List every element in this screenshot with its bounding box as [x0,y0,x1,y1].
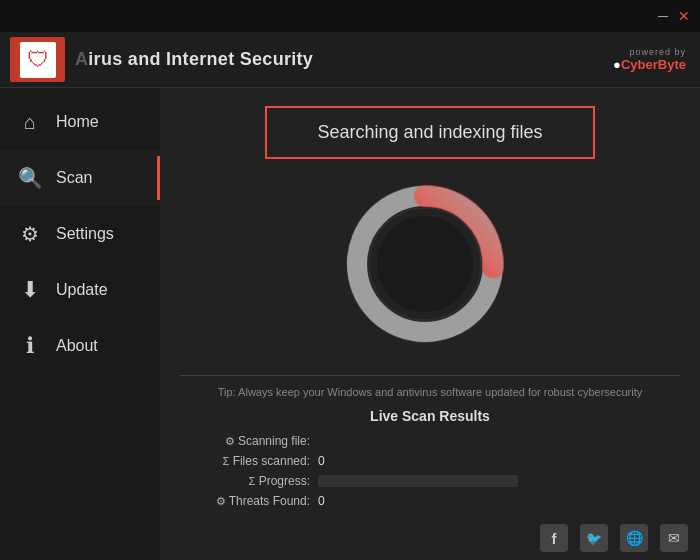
settings-label: Settings [56,225,114,243]
settings-icon: ⚙ [16,220,44,248]
scan-label: Scan [56,169,92,187]
progress-bar [318,475,518,487]
sidebar-item-about[interactable]: ℹ About [0,318,160,374]
files-scanned-label: Σ Files scanned: [190,454,310,468]
content-area: Searching and indexing files [160,88,700,560]
titlebar: ─ ✕ [0,0,700,32]
email-icon[interactable]: ✉ [660,524,688,552]
sidebar: ⌂ Home 🔍 Scan ⚙ Settings ⬇ Update ℹ Abou… [0,88,160,560]
powered-by-label: powered by [629,47,686,57]
scanning-file-label: ⚙ Scanning file: [190,434,310,448]
brand-name: ●CyberByte [613,57,686,72]
about-label: About [56,337,98,355]
tip-text: Tip: Always keep your Windows and antivi… [180,375,680,398]
files-scanned-row: Σ Files scanned: 0 [190,454,670,468]
threats-found-value: 0 [318,494,325,508]
svg-point-4 [377,216,473,312]
threats-found-label: ⚙ Threats Found: [190,494,310,508]
logo-icon: 🛡 [27,47,49,73]
update-label: Update [56,281,108,299]
scanning-file-row: ⚙ Scanning file: [190,434,670,448]
sidebar-item-scan[interactable]: 🔍 Scan [0,150,160,206]
update-icon: ⬇ [16,276,44,304]
status-box: Searching and indexing files [265,106,595,159]
progress-label: Σ Progress: [190,474,310,488]
footer-icons: f 🐦 🌐 ✉ [540,524,688,552]
progress-row: Σ Progress: [190,474,670,488]
header: 🛡 Airus and Internet Security powered by… [0,32,700,88]
files-scanned-value: 0 [318,454,325,468]
about-icon: ℹ [16,332,44,360]
app-title: Airus and Internet Security [75,49,313,70]
main-layout: ⌂ Home 🔍 Scan ⚙ Settings ⬇ Update ℹ Abou… [0,88,700,560]
minimize-button[interactable]: ─ [658,10,670,22]
logo-box: 🛡 [10,37,65,82]
threats-found-row: ⚙ Threats Found: 0 [190,494,670,508]
spinner-container [340,179,520,359]
status-text: Searching and indexing files [317,122,542,142]
logo-inner: 🛡 [20,42,56,78]
sidebar-item-home[interactable]: ⌂ Home [0,94,160,150]
sidebar-item-update[interactable]: ⬇ Update [0,262,160,318]
home-label: Home [56,113,99,131]
sidebar-item-settings[interactable]: ⚙ Settings [0,206,160,262]
progress-donut [340,179,510,349]
brand-badge: powered by ●CyberByte [613,47,686,72]
results-title: Live Scan Results [370,408,490,424]
results-grid: ⚙ Scanning file: Σ Files scanned: 0 Σ Pr… [180,434,680,508]
close-button[interactable]: ✕ [678,10,690,22]
twitter-icon[interactable]: 🐦 [580,524,608,552]
scan-icon: 🔍 [16,164,44,192]
home-icon: ⌂ [16,108,44,136]
facebook-icon[interactable]: f [540,524,568,552]
web-icon[interactable]: 🌐 [620,524,648,552]
